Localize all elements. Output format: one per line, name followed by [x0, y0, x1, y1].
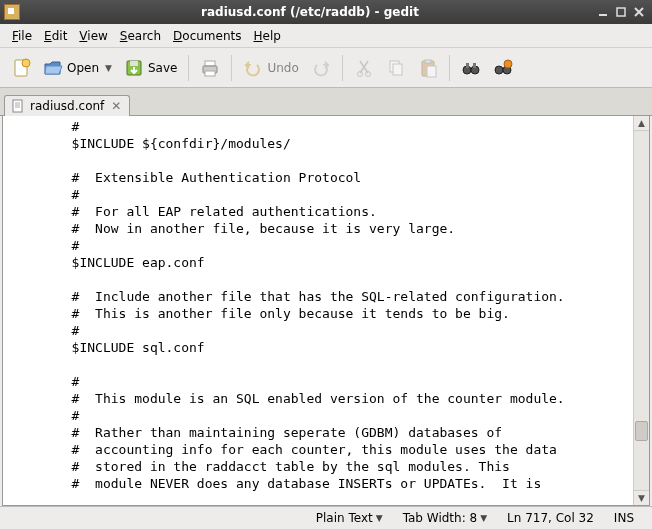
- find-button[interactable]: [456, 52, 486, 84]
- find-replace-button[interactable]: [488, 52, 518, 84]
- tab-width-selector[interactable]: Tab Width: 8 ▼: [393, 511, 497, 525]
- svg-rect-23: [13, 100, 22, 112]
- print-button[interactable]: [195, 52, 225, 84]
- undo-label: Undo: [267, 61, 298, 75]
- paste-button: [413, 52, 443, 84]
- menu-search[interactable]: Search: [114, 27, 167, 45]
- copy-icon: [386, 58, 406, 78]
- menu-edit[interactable]: Edit: [38, 27, 73, 45]
- print-icon: [200, 58, 220, 78]
- toolbar-sep-3: [342, 55, 343, 81]
- cut-button: [349, 52, 379, 84]
- open-dropdown-arrow[interactable]: ▼: [105, 63, 112, 73]
- undo-icon: [243, 58, 263, 78]
- close-icon: [634, 7, 644, 17]
- binoculars-icon: [461, 58, 481, 78]
- save-icon: [124, 58, 144, 78]
- open-folder-icon: [43, 58, 63, 78]
- toolbar: Open ▼ Save Undo: [0, 48, 652, 88]
- scroll-up-arrow[interactable]: ▲: [633, 116, 650, 131]
- svg-rect-14: [425, 60, 431, 63]
- toolbar-sep-4: [449, 55, 450, 81]
- open-label: Open: [67, 61, 99, 75]
- svg-point-22: [504, 60, 512, 68]
- svg-rect-18: [466, 63, 469, 68]
- svg-rect-5: [130, 61, 138, 66]
- window-title: radiusd.conf (/etc/raddb) - gedit: [26, 5, 594, 19]
- svg-rect-1: [617, 8, 625, 16]
- svg-rect-0: [599, 14, 607, 16]
- menu-documents[interactable]: Documents: [167, 27, 247, 45]
- tab-label: radiusd.conf: [30, 99, 104, 113]
- file-icon: [11, 99, 25, 113]
- chevron-down-icon: ▼: [480, 513, 487, 523]
- menu-view[interactable]: View: [73, 27, 113, 45]
- redo-icon: [311, 58, 331, 78]
- paste-icon: [418, 58, 438, 78]
- app-icon: [4, 4, 20, 20]
- language-label: Plain Text: [316, 511, 373, 525]
- copy-button: [381, 52, 411, 84]
- text-editor[interactable]: # $INCLUDE ${confdir}/modules/ # Extensi…: [3, 116, 633, 505]
- scroll-track[interactable]: [634, 130, 649, 491]
- svg-rect-15: [427, 66, 436, 77]
- scroll-down-arrow[interactable]: ▼: [633, 490, 650, 506]
- new-file-icon: [11, 58, 31, 78]
- language-selector[interactable]: Plain Text ▼: [306, 511, 393, 525]
- svg-rect-12: [393, 64, 402, 75]
- titlebar: radiusd.conf (/etc/raddb) - gedit: [0, 0, 652, 24]
- menubar: File Edit View Search Documents Help: [0, 24, 652, 48]
- svg-rect-8: [205, 71, 215, 76]
- save-button[interactable]: Save: [119, 52, 182, 84]
- tabbar: radiusd.conf ✕: [0, 88, 652, 116]
- tab-close-button[interactable]: ✕: [109, 99, 123, 113]
- minimize-button[interactable]: [594, 4, 612, 20]
- svg-point-3: [22, 59, 30, 67]
- new-button[interactable]: [6, 52, 36, 84]
- vertical-scrollbar[interactable]: ▲ ▼: [633, 116, 649, 505]
- undo-button: Undo: [238, 52, 303, 84]
- redo-button: [306, 52, 336, 84]
- editor-area: # $INCLUDE ${confdir}/modules/ # Extensi…: [2, 116, 650, 506]
- minimize-icon: [598, 7, 608, 17]
- cursor-position: Ln 717, Col 32: [497, 511, 604, 525]
- svg-rect-6: [205, 61, 215, 66]
- toolbar-sep-1: [188, 55, 189, 81]
- svg-rect-19: [473, 63, 476, 68]
- insert-mode[interactable]: INS: [604, 511, 644, 525]
- close-button[interactable]: [630, 4, 648, 20]
- toolbar-sep-2: [231, 55, 232, 81]
- maximize-icon: [616, 7, 626, 17]
- menu-help[interactable]: Help: [248, 27, 287, 45]
- scroll-thumb[interactable]: [635, 421, 648, 441]
- find-replace-icon: [493, 58, 513, 78]
- cut-icon: [354, 58, 374, 78]
- svg-point-20: [495, 66, 503, 74]
- open-button[interactable]: Open ▼: [38, 52, 117, 84]
- menu-file[interactable]: File: [6, 27, 38, 45]
- save-label: Save: [148, 61, 177, 75]
- tab-width-label: Tab Width: 8: [403, 511, 477, 525]
- tab-radiusd[interactable]: radiusd.conf ✕: [4, 95, 130, 116]
- chevron-down-icon: ▼: [376, 513, 383, 523]
- maximize-button[interactable]: [612, 4, 630, 20]
- statusbar: Plain Text ▼ Tab Width: 8 ▼ Ln 717, Col …: [0, 506, 652, 529]
